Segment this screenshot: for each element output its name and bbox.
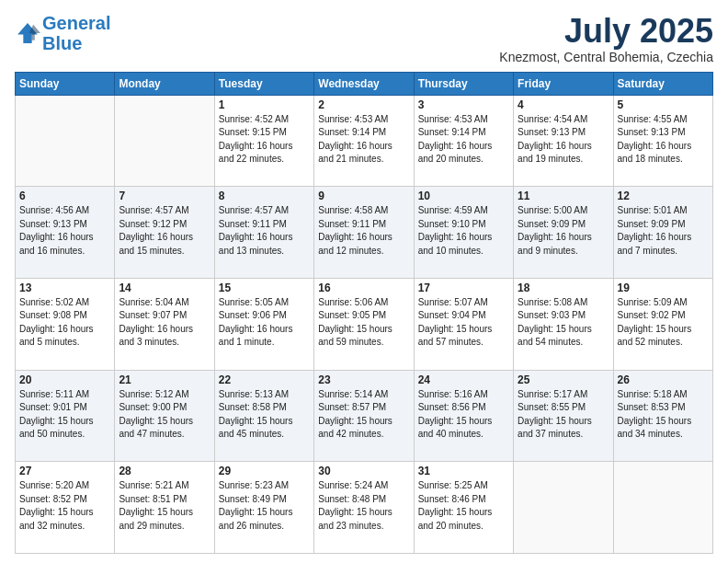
calendar-cell: 6Sunrise: 4:56 AM Sunset: 9:13 PM Daylig… [16,187,115,279]
day-info: Sunrise: 4:57 AM Sunset: 9:11 PM Dayligh… [219,204,310,258]
day-number: 9 [318,190,409,202]
calendar-week-row: 20Sunrise: 5:11 AM Sunset: 9:01 PM Dayli… [16,370,713,462]
day-number: 2 [318,98,409,111]
day-info: Sunrise: 5:20 AM Sunset: 8:52 PM Dayligh… [19,479,110,533]
day-info: Sunrise: 5:01 AM Sunset: 9:09 PM Dayligh… [618,204,709,258]
calendar-cell: 29Sunrise: 5:23 AM Sunset: 8:49 PM Dayli… [214,462,313,554]
calendar-cell: 12Sunrise: 5:01 AM Sunset: 9:09 PM Dayli… [613,187,712,279]
calendar-cell: 5Sunrise: 4:55 AM Sunset: 9:13 PM Daylig… [613,95,712,187]
calendar-cell: 1Sunrise: 4:52 AM Sunset: 9:15 PM Daylig… [214,95,313,187]
day-number: 22 [219,373,310,386]
logo-blue: Blue [42,33,82,53]
day-info: Sunrise: 5:09 AM Sunset: 9:02 PM Dayligh… [618,296,709,350]
calendar-cell: 28Sunrise: 5:21 AM Sunset: 8:51 PM Dayli… [115,462,214,554]
calendar-week-row: 27Sunrise: 5:20 AM Sunset: 8:52 PM Dayli… [16,462,713,554]
day-number: 26 [618,373,709,386]
logo-icon [15,20,40,46]
day-number: 14 [119,282,210,294]
day-number: 1 [219,98,310,111]
logo-general: General [42,13,110,33]
day-info: Sunrise: 5:05 AM Sunset: 9:06 PM Dayligh… [219,296,310,350]
day-number: 6 [19,190,110,202]
day-number: 25 [518,373,609,386]
weekday-header-thursday: Thursday [414,72,513,95]
calendar-cell: 10Sunrise: 4:59 AM Sunset: 9:10 PM Dayli… [414,187,513,279]
location: Knezmost, Central Bohemia, Czechia [499,50,713,64]
calendar-cell: 11Sunrise: 5:00 AM Sunset: 9:09 PM Dayli… [514,187,613,279]
calendar-cell: 31Sunrise: 5:25 AM Sunset: 8:46 PM Dayli… [414,462,513,554]
calendar-cell [613,462,712,554]
weekday-header-saturday: Saturday [613,72,712,95]
calendar-cell: 25Sunrise: 5:17 AM Sunset: 8:55 PM Dayli… [514,370,613,462]
calendar-cell: 19Sunrise: 5:09 AM Sunset: 9:02 PM Dayli… [613,278,712,370]
day-info: Sunrise: 5:23 AM Sunset: 8:49 PM Dayligh… [219,479,310,533]
day-info: Sunrise: 5:00 AM Sunset: 9:09 PM Dayligh… [518,204,609,258]
calendar-cell: 21Sunrise: 5:12 AM Sunset: 9:00 PM Dayli… [115,370,214,462]
day-info: Sunrise: 5:12 AM Sunset: 9:00 PM Dayligh… [119,388,210,442]
calendar-cell: 18Sunrise: 5:08 AM Sunset: 9:03 PM Dayli… [514,278,613,370]
day-info: Sunrise: 4:54 AM Sunset: 9:13 PM Dayligh… [518,113,609,167]
day-number: 4 [518,98,609,111]
header: General Blue July 2025 Knezmost, Central… [15,13,713,64]
day-info: Sunrise: 5:08 AM Sunset: 9:03 PM Dayligh… [518,296,609,350]
calendar-cell: 23Sunrise: 5:14 AM Sunset: 8:57 PM Dayli… [314,370,414,462]
day-info: Sunrise: 5:24 AM Sunset: 8:48 PM Dayligh… [318,479,409,533]
day-number: 27 [19,465,110,477]
calendar-cell: 26Sunrise: 5:18 AM Sunset: 8:53 PM Dayli… [613,370,712,462]
day-info: Sunrise: 5:25 AM Sunset: 8:46 PM Dayligh… [418,479,509,533]
day-info: Sunrise: 5:21 AM Sunset: 8:51 PM Dayligh… [119,479,210,533]
day-info: Sunrise: 4:53 AM Sunset: 9:14 PM Dayligh… [418,113,509,167]
day-info: Sunrise: 5:17 AM Sunset: 8:55 PM Dayligh… [518,388,609,442]
day-number: 3 [418,98,509,111]
day-number: 10 [418,190,509,202]
day-info: Sunrise: 4:57 AM Sunset: 9:12 PM Dayligh… [119,204,210,258]
calendar-cell: 3Sunrise: 4:53 AM Sunset: 9:14 PM Daylig… [414,95,513,187]
day-info: Sunrise: 4:58 AM Sunset: 9:11 PM Dayligh… [318,204,409,258]
day-number: 24 [418,373,509,386]
calendar-cell [16,95,115,187]
calendar-cell: 22Sunrise: 5:13 AM Sunset: 8:58 PM Dayli… [214,370,313,462]
day-info: Sunrise: 5:02 AM Sunset: 9:08 PM Dayligh… [19,296,110,350]
month-year: July 2025 [499,13,713,50]
day-number: 21 [119,373,210,386]
day-number: 15 [219,282,310,294]
day-info: Sunrise: 4:59 AM Sunset: 9:10 PM Dayligh… [418,204,509,258]
calendar-table: SundayMondayTuesdayWednesdayThursdayFrid… [15,72,713,554]
day-number: 19 [618,282,709,294]
calendar-cell: 30Sunrise: 5:24 AM Sunset: 8:48 PM Dayli… [314,462,414,554]
weekday-header-monday: Monday [115,72,214,95]
calendar-week-row: 1Sunrise: 4:52 AM Sunset: 9:15 PM Daylig… [16,95,713,187]
day-info: Sunrise: 5:13 AM Sunset: 8:58 PM Dayligh… [219,388,310,442]
day-number: 12 [618,190,709,202]
day-info: Sunrise: 5:07 AM Sunset: 9:04 PM Dayligh… [418,296,509,350]
day-info: Sunrise: 4:53 AM Sunset: 9:14 PM Dayligh… [318,113,409,167]
day-number: 18 [518,282,609,294]
day-number: 28 [119,465,210,477]
weekday-header-tuesday: Tuesday [214,72,313,95]
calendar-cell: 9Sunrise: 4:58 AM Sunset: 9:11 PM Daylig… [314,187,414,279]
day-info: Sunrise: 5:14 AM Sunset: 8:57 PM Dayligh… [318,388,409,442]
weekday-header-friday: Friday [514,72,613,95]
calendar-cell: 15Sunrise: 5:05 AM Sunset: 9:06 PM Dayli… [214,278,313,370]
weekday-header-wednesday: Wednesday [314,72,414,95]
calendar-cell: 4Sunrise: 4:54 AM Sunset: 9:13 PM Daylig… [514,95,613,187]
day-info: Sunrise: 4:52 AM Sunset: 9:15 PM Dayligh… [219,113,310,167]
calendar-cell: 14Sunrise: 5:04 AM Sunset: 9:07 PM Dayli… [115,278,214,370]
day-number: 16 [318,282,409,294]
logo-text: General Blue [42,13,110,53]
calendar-cell: 7Sunrise: 4:57 AM Sunset: 9:12 PM Daylig… [115,187,214,279]
day-number: 7 [119,190,210,202]
day-info: Sunrise: 4:56 AM Sunset: 9:13 PM Dayligh… [19,204,110,258]
calendar-week-row: 6Sunrise: 4:56 AM Sunset: 9:13 PM Daylig… [16,187,713,279]
day-number: 11 [518,190,609,202]
day-info: Sunrise: 5:04 AM Sunset: 9:07 PM Dayligh… [119,296,210,350]
day-info: Sunrise: 5:06 AM Sunset: 9:05 PM Dayligh… [318,296,409,350]
calendar-cell: 17Sunrise: 5:07 AM Sunset: 9:04 PM Dayli… [414,278,513,370]
day-info: Sunrise: 5:18 AM Sunset: 8:53 PM Dayligh… [618,388,709,442]
day-number: 29 [219,465,310,477]
weekday-header-sunday: Sunday [16,72,115,95]
title-area: July 2025 Knezmost, Central Bohemia, Cze… [499,13,713,64]
day-number: 23 [318,373,409,386]
calendar-cell: 13Sunrise: 5:02 AM Sunset: 9:08 PM Dayli… [16,278,115,370]
day-number: 31 [418,465,509,477]
